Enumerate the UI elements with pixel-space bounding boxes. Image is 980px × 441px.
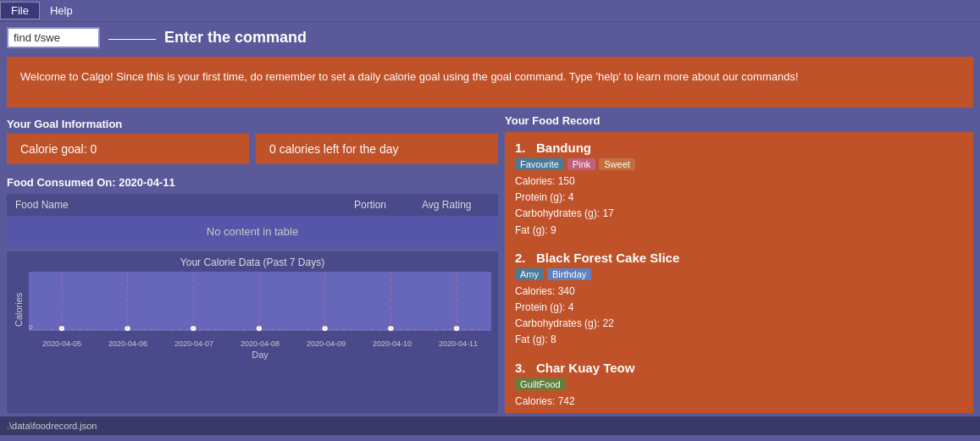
x-label-1: 2020-04-06	[95, 339, 161, 348]
food-item-3: 3. Char Kuay Teow GuiltFood Calories: 74…	[515, 361, 963, 410]
food-details-1: Calories: 150 Protein (g): 4 Carbohydrat…	[515, 174, 963, 239]
goal-section-title: Your Goal Information	[7, 118, 498, 130]
food-record-list[interactable]: 1. Bandung Favourite Pink Sweet Calories…	[505, 132, 973, 413]
x-axis-title: Day	[29, 350, 491, 360]
food-table-header: Food Name Portion Avg Rating	[7, 194, 498, 216]
command-arrow: ————	[108, 31, 156, 45]
status-bar: .\data\foodrecord.json	[0, 416, 980, 435]
protein-2: Protein (g): 4	[515, 300, 963, 316]
command-input[interactable]	[7, 27, 100, 48]
calories-1: Calories: 150	[515, 174, 963, 190]
svg-rect-0	[29, 272, 491, 331]
right-panel: Your Food Record 1. Bandung Favourite Pi…	[505, 114, 973, 413]
left-panel: Your Goal Information Calorie goal: 0 0 …	[7, 114, 498, 413]
chart-title: Your Calorie Data (Past 7 Days)	[14, 256, 491, 268]
x-label-3: 2020-04-08	[227, 339, 293, 348]
x-label-6: 2020-04-11	[425, 339, 491, 348]
welcome-banner: Welcome to Calgo! Since this is your fir…	[7, 57, 973, 107]
food-tags-1: Favourite Pink Sweet	[515, 158, 963, 170]
command-label: Enter the command	[164, 29, 307, 47]
x-axis-labels: 2020-04-05 2020-04-06 2020-04-07 2020-04…	[29, 338, 491, 348]
welcome-text: Welcome to Calgo! Since this is your fir…	[20, 70, 799, 83]
calories-left-box: 0 calories left for the day	[256, 134, 498, 164]
food-item-name-3: 3. Char Kuay Teow	[515, 361, 963, 375]
empty-table-message: No content in table	[207, 225, 298, 238]
x-label-4: 2020-04-09	[293, 339, 359, 348]
carbs-1: Carbohydrates (g): 17	[515, 206, 963, 222]
food-table-body: No content in table	[7, 216, 498, 246]
food-consumed-section: Food Consumed On: 2020-04-11	[7, 173, 498, 189]
food-item-2: 2. Black Forest Cake Slice Amy Birthday …	[515, 251, 963, 349]
chart-container: Calories	[14, 272, 491, 348]
menu-bar: File Help	[0, 0, 980, 22]
calories-2: Calories: 340	[515, 284, 963, 300]
chart-section: Your Calorie Data (Past 7 Days) Calories	[7, 251, 498, 413]
food-tags-3: GuiltFood	[515, 378, 963, 390]
x-label-5: 2020-04-10	[359, 339, 425, 348]
goal-boxes: Calorie goal: 0 0 calories left for the …	[7, 134, 498, 164]
chart-inner: 0 2020-04-05 2020-04-06 2020-04-07 2020-…	[29, 272, 491, 348]
col-portion: Portion	[354, 199, 422, 211]
fat-2: Fat (g): 8	[515, 332, 963, 348]
food-table: Food Name Portion Avg Rating No content …	[7, 194, 498, 246]
menu-help[interactable]: Help	[40, 3, 83, 19]
tag-birthday: Birthday	[547, 268, 591, 280]
food-tags-2: Amy Birthday	[515, 268, 963, 280]
tag-amy: Amy	[515, 268, 544, 280]
calorie-goal-box: Calorie goal: 0	[7, 134, 249, 164]
carbs-2: Carbohydrates (g): 22	[515, 316, 963, 332]
food-record-title: Your Food Record	[505, 114, 973, 127]
goal-section: Your Goal Information Calorie goal: 0 0 …	[7, 114, 498, 168]
svg-text:0: 0	[29, 323, 33, 331]
protein-1: Protein (g): 4	[515, 190, 963, 206]
tag-favourite: Favourite	[515, 158, 564, 170]
food-item-1: 1. Bandung Favourite Pink Sweet Calories…	[515, 141, 963, 239]
col-food-name: Food Name	[15, 199, 354, 211]
food-item-name-1: 1. Bandung	[515, 141, 963, 155]
x-label-2: 2020-04-07	[161, 339, 227, 348]
main-content: Your Goal Information Calorie goal: 0 0 …	[0, 111, 980, 416]
food-details-2: Calories: 340 Protein (g): 4 Carbohydrat…	[515, 284, 963, 349]
tag-sweet: Sweet	[599, 158, 635, 170]
food-details-3: Calories: 742	[515, 394, 963, 410]
food-item-name-2: 2. Black Forest Cake Slice	[515, 251, 963, 265]
food-consumed-title: Food Consumed On: 2020-04-11	[7, 176, 498, 189]
x-label-0: 2020-04-05	[29, 339, 95, 348]
command-area: ———— Enter the command	[0, 22, 980, 53]
menu-file[interactable]: File	[0, 2, 40, 19]
tag-pink: Pink	[568, 158, 595, 170]
chart-svg: 0	[29, 272, 491, 335]
calories-3: Calories: 742	[515, 394, 963, 410]
fat-1: Fat (g): 9	[515, 223, 963, 239]
col-rating: Avg Rating	[422, 199, 490, 211]
tag-guiltfood: GuiltFood	[515, 378, 566, 390]
status-path: .\data\foodrecord.json	[7, 421, 97, 431]
y-axis-label: Calories	[14, 272, 29, 348]
